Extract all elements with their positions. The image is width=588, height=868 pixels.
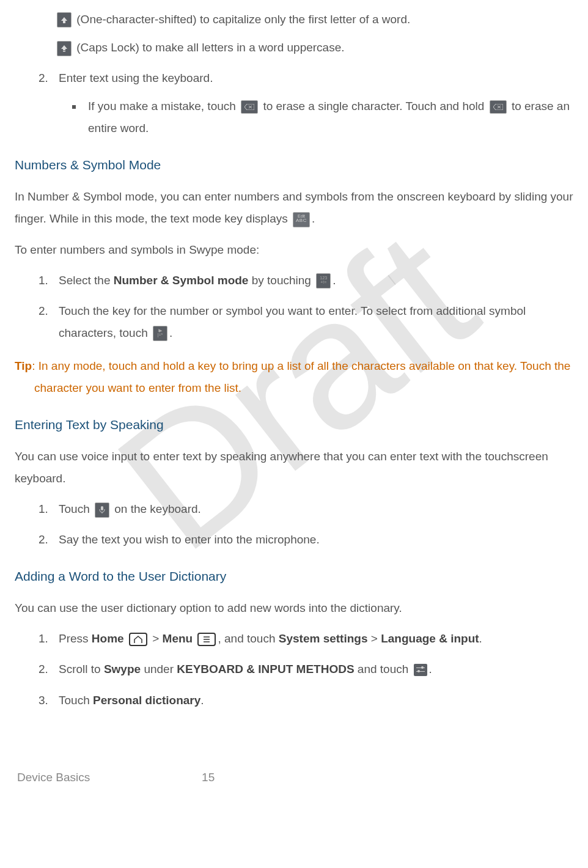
erase-text-a: If you make a mistake, touch bbox=[88, 100, 239, 112]
enter-text-sublist: If you make a mistake, touch to erase a … bbox=[59, 95, 573, 139]
svg-rect-0 bbox=[63, 51, 65, 52]
dict-steps: Press Home > Menu , and touch System set… bbox=[15, 628, 573, 711]
footer-section: Device Basics bbox=[17, 767, 90, 789]
ns2-a: Touch the key for the number or symbol y… bbox=[59, 304, 526, 339]
ns1-bold: Number & Symbol mode bbox=[114, 274, 249, 287]
abc-mode-icon: Edit ABC bbox=[293, 212, 310, 227]
dict-step-3: Touch Personal dictionary. bbox=[51, 690, 573, 712]
ds2-kb: KEYBOARD & INPUT METHODS bbox=[177, 663, 354, 675]
footer-page-number: 15 bbox=[202, 767, 215, 789]
ds1-home: Home bbox=[92, 632, 124, 645]
abc-bot: ABC bbox=[293, 218, 309, 223]
erase-text-b: to erase a single character. Touch and h… bbox=[263, 100, 487, 112]
enter-text-list: Enter text using the keyboard. If you ma… bbox=[15, 67, 573, 139]
enter-text-step-2: Enter text using the keyboard. If you ma… bbox=[51, 67, 573, 139]
dict-step-1: Press Home > Menu , and touch System set… bbox=[51, 628, 573, 650]
backspace-icon bbox=[241, 100, 258, 114]
ds1-e: . bbox=[479, 632, 482, 645]
ds1-menu: Menu bbox=[163, 632, 193, 645]
additional-sym-icon: i▶|=* bbox=[153, 326, 167, 341]
ds2-d: . bbox=[429, 663, 432, 675]
page-footer: Device Basics 15 bbox=[15, 767, 573, 795]
ds1-lang: Language & input bbox=[381, 632, 479, 645]
ns1-a: Select the bbox=[59, 274, 114, 287]
tip-label: Tip bbox=[15, 359, 32, 372]
tip-block: Tip: In any mode, touch and hold a key t… bbox=[15, 355, 573, 399]
shift-desc-1-text: (One-character-shifted) to capitalize on… bbox=[76, 13, 410, 26]
numbers-step-1: Select the Number & Symbol mode by touch… bbox=[51, 270, 573, 292]
ds2-c: and touch bbox=[355, 663, 412, 675]
ds3-b: . bbox=[200, 694, 204, 707]
ds3-a: Touch bbox=[59, 694, 93, 707]
numbers-para: In Number & Symbol mode, you can enter n… bbox=[15, 186, 573, 230]
numbers-step-2: Touch the key for the number or symbol y… bbox=[51, 300, 573, 344]
erase-bullet: If you make a mistake, touch to erase a … bbox=[83, 95, 573, 139]
shift-up-icon bbox=[57, 12, 72, 28]
mic-icon bbox=[95, 502, 109, 518]
dict-para: You can use the user dictionary option t… bbox=[15, 597, 573, 619]
ns2-b: . bbox=[169, 326, 172, 339]
voice-step-2: Say the text you wish to enter into the … bbox=[51, 529, 573, 551]
ds1-c: , and touch bbox=[218, 632, 278, 645]
ns1-c: . bbox=[333, 274, 336, 287]
vs1-a: Touch bbox=[59, 502, 93, 515]
tip-body: : In any mode, touch and hold a key to b… bbox=[32, 359, 570, 394]
ds1-d: > bbox=[368, 632, 381, 645]
heading-voice: Entering Text by Speaking bbox=[15, 413, 573, 437]
heading-numbers-symbol: Numbers & Symbol Mode bbox=[15, 153, 573, 177]
ds1-sys: System settings bbox=[279, 632, 368, 645]
voice-step-1: Touch on the keyboard. bbox=[51, 498, 573, 520]
shift-desc-2-text: (Caps Lock) to make all letters in a wor… bbox=[76, 41, 344, 54]
num-sym-mode-icon: 123+!= bbox=[316, 273, 331, 289]
voice-para: You can use voice input to enter text by… bbox=[15, 446, 573, 490]
shift-desc-2: (Caps Lock) to make all letters in a wor… bbox=[15, 37, 573, 59]
menu-icon bbox=[197, 633, 216, 646]
numbers-para-2: To enter numbers and symbols in Swype mo… bbox=[15, 239, 573, 261]
home-icon bbox=[129, 633, 147, 646]
ds2-swype: Swype bbox=[104, 663, 141, 675]
ds3-pd: Personal dictionary bbox=[93, 694, 200, 707]
shift-desc-1: (One-character-shifted) to capitalize on… bbox=[15, 9, 573, 31]
settings-slider-icon bbox=[414, 664, 427, 676]
numbers-para-b: . bbox=[312, 212, 315, 225]
heading-dictionary: Adding a Word to the User Dictionary bbox=[15, 564, 573, 589]
ns1-b: by touching bbox=[248, 274, 314, 287]
svg-rect-1 bbox=[101, 506, 103, 510]
ds2-b: under bbox=[141, 663, 177, 675]
ds1-a: Press bbox=[59, 632, 92, 645]
backspace-icon-2 bbox=[490, 100, 507, 114]
numbers-steps: Select the Number & Symbol mode by touch… bbox=[15, 270, 573, 344]
dict-step-2: Scroll to Swype under KEYBOARD & INPUT M… bbox=[51, 658, 573, 680]
ds1-b: > bbox=[152, 632, 162, 645]
ds2-a: Scroll to bbox=[59, 663, 104, 675]
caps-lock-icon bbox=[57, 41, 72, 56]
voice-steps: Touch on the keyboard. Say the text you … bbox=[15, 498, 573, 551]
enter-text-step-2-label: Enter text using the keyboard. bbox=[59, 72, 213, 84]
vs1-b: on the keyboard. bbox=[114, 502, 201, 515]
page-content: (One-character-shifted) to capitalize on… bbox=[15, 0, 573, 795]
